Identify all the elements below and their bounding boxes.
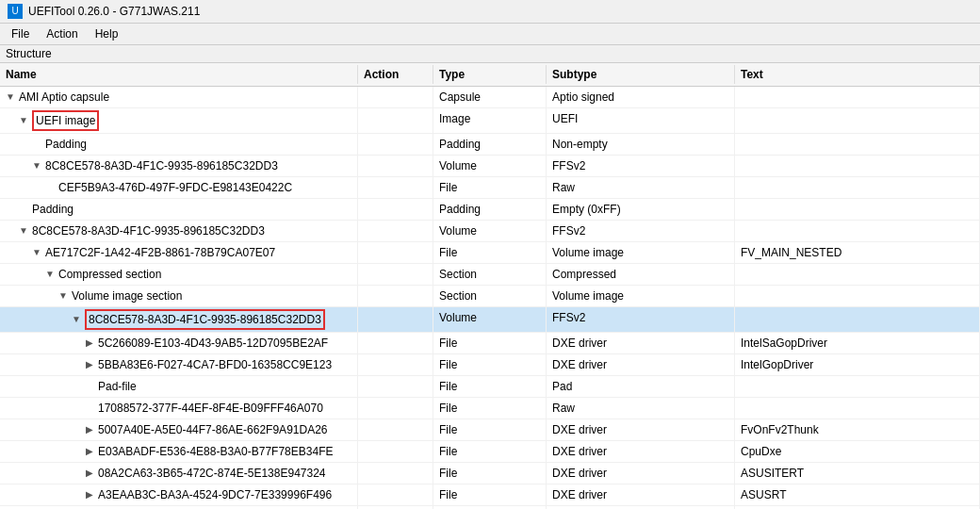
name-cell: ▶A3EAAB3C-BA3A-4524-9DC7-7E339996F496	[0, 484, 358, 505]
name-cell: ▶5C266089-E103-4D43-9AB5-12D7095BE2AF	[0, 333, 358, 353]
table-row[interactable]: ▶5007A40E-A5E0-44F7-86AE-662F9A91DA26Fil…	[0, 419, 980, 441]
expand-icon[interactable]: ▼	[4, 90, 17, 104]
action-cell	[358, 221, 433, 241]
subtype-cell: Volume image	[547, 286, 735, 306]
action-cell	[358, 398, 433, 419]
expand-icon[interactable]: ▼	[17, 114, 30, 127]
expand-icon[interactable]: ▼	[17, 224, 30, 238]
text-cell: ASUSRT	[735, 484, 980, 505]
row-name-text: 8C8CE578-8A3D-4F1C-9935-896185C32DD3	[32, 222, 265, 239]
menu-item-action[interactable]: Action	[39, 25, 85, 42]
type-cell: File	[433, 398, 547, 419]
row-name-text: 17088572-377F-44EF-8F4E-B09FFF46A070	[98, 400, 323, 417]
subtype-cell: Raw	[547, 398, 735, 419]
menu-item-help[interactable]: Help	[88, 25, 126, 42]
text-cell	[735, 264, 980, 285]
name-cell: ▼Volume image section	[0, 286, 358, 306]
expand-icon[interactable]: ▶	[83, 467, 96, 480]
table-row[interactable]: PaddingPaddingEmpty (0xFF)	[0, 199, 980, 221]
name-cell: ▶5BBA83E6-F027-4CA7-BFD0-16358CC9E123	[0, 354, 358, 375]
table-row[interactable]: ▼8C8CE578-8A3D-4F1C-9935-896185C32DD3Vol…	[0, 221, 980, 242]
row-name-text: AE717C2F-1A42-4F2B-8861-78B79CA07E07	[45, 244, 275, 261]
table-row[interactable]: PaddingPaddingNon-empty	[0, 134, 980, 156]
row-name-text: CEF5B9A3-476D-497F-9FDC-E98143E0422C	[58, 179, 292, 196]
table-row[interactable]: ▶08A2CA63-3B65-472C-874E-5E138E947324Fil…	[0, 463, 980, 484]
expand-icon[interactable]: ▶	[83, 423, 96, 436]
row-name-text: A3EAAB3C-BA3A-4524-9DC7-7E339996F496	[98, 486, 332, 503]
expand-icon[interactable]: ▶	[83, 488, 96, 501]
table-row[interactable]: ▶5BBA83E6-F027-4CA7-BFD0-16358CC9E123Fil…	[0, 354, 980, 376]
menu-item-file[interactable]: File	[4, 25, 37, 42]
expand-icon[interactable]: ▶	[83, 337, 96, 350]
table-row[interactable]: ▼AE717C2F-1A42-4F2B-8861-78B79CA07E07Fil…	[0, 242, 980, 264]
type-cell: File	[433, 177, 547, 198]
action-cell	[358, 463, 433, 484]
type-cell: File	[433, 419, 547, 440]
text-cell	[735, 177, 980, 198]
text-cell	[735, 156, 980, 176]
row-name-text: Compressed section	[58, 266, 161, 283]
table-row[interactable]: ▼8C8CE578-8A3D-4F1C-9935-896185C32DD3Vol…	[0, 156, 980, 177]
text-cell: CpuDxe	[735, 441, 980, 462]
action-cell	[358, 242, 433, 263]
red-highlight-box: 8C8CE578-8A3D-4F1C-9935-896185C32DD3	[85, 309, 325, 330]
expand-icon[interactable]: ▼	[30, 246, 43, 259]
expand-icon[interactable]: ▶	[83, 445, 96, 458]
table-row[interactable]: ▼Compressed sectionSectionCompressed	[0, 264, 980, 286]
row-name-text: 5007A40E-A5E0-44F7-86AE-662F9A91DA26	[98, 421, 328, 438]
table-row[interactable]: 17088572-377F-44EF-8F4E-B09FFF46A070File…	[0, 398, 980, 419]
table-body[interactable]: ▼AMI Aptio capsuleCapsuleAptio signed▼UE…	[0, 87, 980, 509]
type-cell: Volume	[433, 156, 547, 176]
expand-icon[interactable]: ▼	[70, 313, 83, 326]
type-cell: Capsule	[433, 87, 547, 107]
name-cell: ▶08A2CA63-3B65-472C-874E-5E138E947324	[0, 463, 358, 484]
expand-icon[interactable]: ▼	[57, 289, 70, 303]
subtype-cell: DXE driver	[547, 354, 735, 375]
action-cell	[358, 286, 433, 306]
no-expand-icon	[43, 181, 57, 194]
name-cell: CEF5B9A3-476D-497F-9FDC-E98143E0422C	[0, 177, 358, 198]
action-cell	[358, 134, 433, 155]
table-row[interactable]: ▶E03ABADF-E536-4E88-B3A0-B77F78EB34FEFil…	[0, 441, 980, 463]
subtype-cell: Aptio signed	[547, 87, 735, 107]
text-cell	[735, 221, 980, 241]
col-header-subtype: Subtype	[547, 65, 735, 84]
col-header-action: Action	[358, 65, 433, 84]
type-cell: File	[433, 354, 547, 375]
name-cell: ▼Compressed section	[0, 264, 358, 285]
subtype-cell: Volume image	[547, 242, 735, 263]
text-cell	[735, 286, 980, 306]
table-row[interactable]: ▶A3EAAB3C-BA3A-4524-9DC7-7E339996F496Fil…	[0, 484, 980, 506]
table-row[interactable]: ▼Volume image sectionSectionVolume image	[0, 286, 980, 307]
col-header-text: Text	[735, 65, 980, 84]
type-cell: Section	[433, 264, 547, 285]
no-expand-icon	[83, 380, 96, 393]
text-cell: FvOnFv2Thunk	[735, 419, 980, 440]
row-name-text: AMI Aptio capsule	[19, 89, 109, 106]
table-row[interactable]: Pad-fileFilePad	[0, 376, 980, 398]
expand-icon[interactable]: ▶	[83, 358, 96, 371]
main-content: Name Action Type Subtype Text ▼AMI Aptio…	[0, 63, 980, 509]
no-expand-icon	[17, 203, 30, 216]
name-cell: ▼8C8CE578-8A3D-4F1C-9935-896185C32DD3	[0, 221, 358, 241]
table-row[interactable]: CEF5B9A3-476D-497F-9FDC-E98143E0422CFile…	[0, 177, 980, 199]
name-cell: Pad-file	[0, 376, 358, 397]
table-row[interactable]: ▼8C8CE578-8A3D-4F1C-9935-896185C32DD3Vol…	[0, 307, 980, 333]
subtype-cell: DXE driver	[547, 484, 735, 505]
text-cell	[735, 307, 980, 332]
row-name-text: 5BBA83E6-F027-4CA7-BFD0-16358CC9E123	[98, 356, 332, 373]
subtype-cell: Pad	[547, 376, 735, 397]
expand-icon[interactable]: ▼	[43, 268, 57, 281]
table-row[interactable]: ▼UEFI imageImageUEFI	[0, 108, 980, 134]
name-cell: Padding	[0, 199, 358, 220]
expand-icon[interactable]: ▼	[30, 159, 43, 172]
action-cell	[358, 156, 433, 176]
action-cell	[358, 441, 433, 462]
table-row[interactable]: ▼AMI Aptio capsuleCapsuleAptio signed	[0, 87, 980, 108]
app-title: UEFITool 0.26.0 - G771JWAS.211	[28, 5, 200, 18]
table-row[interactable]: ▶5C266089-E103-4D43-9AB5-12D7095BE2AFFil…	[0, 333, 980, 354]
action-cell	[358, 177, 433, 198]
title-bar: U UEFITool 0.26.0 - G771JWAS.211	[0, 0, 980, 24]
action-cell	[358, 376, 433, 397]
name-cell: 17088572-377F-44EF-8F4E-B09FFF46A070	[0, 398, 358, 419]
